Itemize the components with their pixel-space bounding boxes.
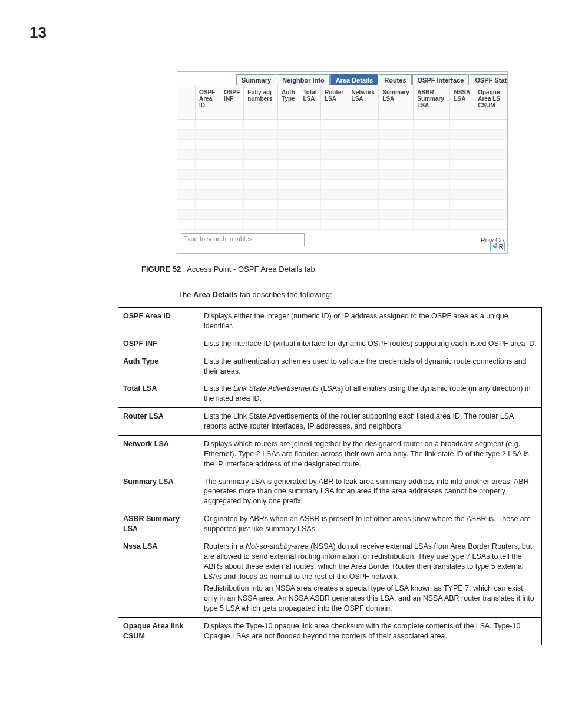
definitions-table: OSPF Area ID Displays either the integer… bbox=[118, 307, 542, 645]
def-row: Router LSA Lists the Link State Advertis… bbox=[118, 408, 542, 436]
col-asbr-summary-lsa[interactable]: ASBR Summary LSA bbox=[414, 85, 450, 120]
def-term: Nssa LSA bbox=[118, 538, 199, 617]
def-row: ASBR Summary LSA Originated by ABRs when… bbox=[118, 510, 542, 538]
grid-body bbox=[177, 120, 507, 230]
def-row: OSPF INF Lists the interface ID (virtual… bbox=[118, 335, 542, 353]
table-row bbox=[177, 160, 507, 170]
def-term: Summary LSA bbox=[118, 473, 199, 510]
table-row bbox=[177, 180, 507, 190]
lead-pre: The bbox=[178, 290, 193, 299]
refresh-icon bbox=[492, 243, 498, 250]
def-row: Total LSA Lists the Link State Advertise… bbox=[118, 380, 542, 408]
figure-label: FIGURE 52 bbox=[141, 265, 181, 274]
def-term: Opaque Area link CSUM bbox=[118, 618, 199, 645]
table-row bbox=[177, 130, 507, 140]
lead-sentence: The Area Details tab describes the follo… bbox=[178, 290, 533, 299]
col-fully-adj[interactable]: Fully adj numbers bbox=[244, 85, 278, 120]
def-term: OSPF Area ID bbox=[118, 308, 199, 335]
def-desc: Lists the authentication schemes used to… bbox=[199, 353, 542, 380]
def-desc: Displays the Type-10 opaque link area ch… bbox=[199, 618, 542, 645]
table-search-input[interactable]: Type to search in tables bbox=[181, 233, 305, 246]
col-auth-type[interactable]: Auth Type bbox=[278, 85, 299, 120]
col-opaque-csum[interactable]: Opaque Area LS CSUM bbox=[474, 85, 507, 120]
col-ospf-area-id[interactable]: OSPF Area ID bbox=[196, 85, 220, 120]
def-row: Opaque Area link CSUM Displays the Type-… bbox=[118, 618, 542, 645]
def-term: Network LSA bbox=[118, 435, 199, 473]
refresh-button[interactable]: R bbox=[490, 242, 505, 251]
lead-post: tab describes the following: bbox=[237, 290, 332, 299]
table-row bbox=[177, 140, 507, 150]
def-row: Nssa LSA Routers in a Not-so-stubby-area… bbox=[118, 538, 542, 617]
def-desc: The summary LSA is generated by ABR to l… bbox=[199, 473, 542, 510]
def-term: ASBR Summary LSA bbox=[118, 510, 199, 538]
table-row bbox=[177, 210, 507, 220]
chapter-number: 13 bbox=[29, 24, 533, 42]
table-row bbox=[177, 120, 507, 130]
lead-bold: Area Details bbox=[193, 290, 237, 299]
def-row: Network LSA Displays which routers are j… bbox=[118, 435, 542, 473]
def-row: Auth Type Lists the authentication schem… bbox=[118, 353, 542, 380]
def-term: OSPF INF bbox=[118, 335, 199, 353]
col-ospf-inf[interactable]: OSPF INF bbox=[220, 85, 244, 120]
def-desc: Displays which routers are joined togeth… bbox=[199, 435, 542, 473]
refresh-label: R bbox=[499, 243, 503, 250]
table-row bbox=[177, 220, 507, 230]
table-row bbox=[177, 150, 507, 160]
ospf-screenshot: Summary Neighbor Info Area Details Route… bbox=[177, 71, 508, 254]
col-network-lsa[interactable]: Network LSA bbox=[348, 85, 379, 120]
table-row bbox=[177, 200, 507, 210]
col-nssa-lsa[interactable]: NSSA LSA bbox=[450, 85, 474, 120]
tab-routes[interactable]: Routes bbox=[379, 74, 411, 85]
tab-ospf-state[interactable]: OSPF State bbox=[470, 74, 508, 85]
def-desc: Routers in a Not-so-stubby-area (NSSA) d… bbox=[199, 538, 542, 617]
tab-ospf-interface[interactable]: OSPF Interface bbox=[412, 74, 470, 85]
tab-area-details[interactable]: Area Details bbox=[330, 74, 379, 85]
def-row: OSPF Area ID Displays either the integer… bbox=[118, 308, 542, 335]
grid-footer: Type to search in tables Row Co bbox=[177, 230, 507, 248]
tab-summary[interactable]: Summary bbox=[236, 74, 276, 85]
col-router-lsa[interactable]: Router LSA bbox=[320, 85, 348, 120]
def-term: Total LSA bbox=[118, 380, 199, 408]
def-term: Auth Type bbox=[118, 353, 199, 380]
table-row bbox=[177, 170, 507, 180]
def-desc: Lists the Link State Advertisements of t… bbox=[199, 408, 542, 436]
def-desc: Lists the interface ID (virtual interfac… bbox=[199, 335, 542, 353]
area-details-grid: OSPF Area ID OSPF INF Fully adj numbers … bbox=[177, 85, 507, 230]
def-desc: Displays either the integer (numeric ID)… bbox=[199, 308, 542, 335]
figure-caption: FIGURE 52 Access Point - OSPF Area Detai… bbox=[141, 265, 533, 274]
def-row: Summary LSA The summary LSA is generated… bbox=[118, 473, 542, 510]
col-summary-lsa[interactable]: Summary LSA bbox=[379, 85, 414, 120]
def-desc: Originated by ABRs when an ASBR is prese… bbox=[199, 510, 542, 538]
tab-neighbor-info[interactable]: Neighbor Info bbox=[277, 74, 330, 85]
figure-title: Access Point - OSPF Area Details tab bbox=[187, 265, 315, 274]
tabs-row: Summary Neighbor Info Area Details Route… bbox=[177, 72, 507, 85]
table-row bbox=[177, 190, 507, 200]
def-term: Router LSA bbox=[118, 408, 199, 436]
col-total-lsa[interactable]: Total LSA bbox=[299, 85, 321, 120]
def-desc: Lists the Link State Advertisements (LSA… bbox=[199, 380, 542, 408]
